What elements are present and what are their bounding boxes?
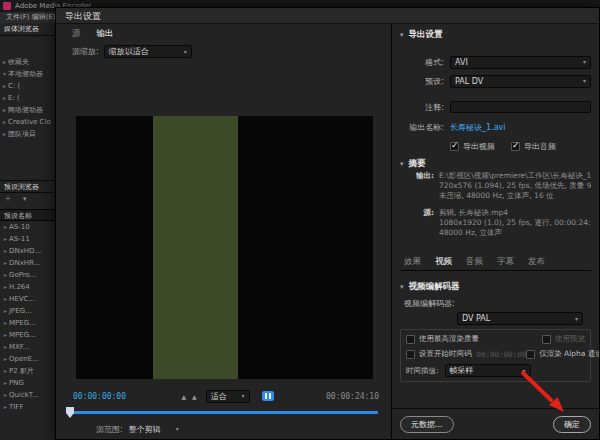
chevron-down-icon: ▾ (169, 426, 179, 432)
checkbox-icon (406, 335, 415, 344)
sidebar-item-drive-c[interactable]: ▸C: ( (0, 80, 55, 92)
chevron-down-icon: ▾ (576, 78, 586, 84)
preset-item[interactable]: ▸AS-10 (0, 221, 55, 233)
preset-list-header[interactable]: 预设名称 (0, 209, 55, 221)
set-range-button[interactable] (262, 391, 274, 401)
checkbox-checked-icon (450, 142, 459, 151)
codec-dropdown[interactable]: DV PAL▾ (457, 312, 583, 325)
preset-item[interactable]: ▸TIFF (0, 401, 55, 413)
tab-media-browser[interactable]: 媒体浏览器 (0, 23, 55, 36)
output-name-link[interactable]: 长寿秘诀_1.avi (450, 122, 591, 133)
chevron-right-icon: ▸ (4, 331, 7, 338)
chevron-right-icon: ▸ (4, 223, 7, 230)
preset-item[interactable]: ▸MXF... (0, 341, 55, 353)
sidebar-item-drive-e[interactable]: ▸E: ( (0, 92, 55, 104)
media-browser-tree: ▸收藏夹 ▾本地驱动器 ▸C: ( ▸E: ( ▸网络驱动器 ▸Creative… (0, 56, 55, 140)
preview-frame (76, 116, 373, 379)
tab-source[interactable]: 源 (72, 28, 81, 40)
use-previews-checkbox[interactable]: 使用预览 (542, 334, 585, 344)
set-start-timecode-checkbox[interactable]: 设置开始时间码 (406, 349, 472, 359)
metadata-button[interactable]: 元数据... (400, 416, 454, 433)
tab-video[interactable]: 视频 (435, 256, 452, 270)
preset-toolbar[interactable]: + ▾ (0, 193, 55, 205)
tab-audio[interactable]: 音频 (466, 256, 483, 270)
preset-item[interactable]: ▸H.264 (0, 281, 55, 293)
tab-effects[interactable]: 效果 (404, 256, 421, 270)
export-audio-checkbox[interactable]: 导出音频 (511, 141, 556, 152)
preset-item[interactable]: ▸P2 影片 (0, 365, 55, 377)
sidebar-item-team-projects[interactable]: ▸团队项目 (0, 128, 55, 140)
preset-list: ▸AS-10 ▸AS-11 ▸DNxHD... ▸DNxHR... ▸GoPro… (0, 221, 55, 413)
team-icon: ▸ (3, 130, 6, 137)
preset-item[interactable]: ▸MPEG... (0, 329, 55, 341)
comments-input[interactable] (450, 101, 591, 113)
collapse-icon[interactable]: ▾ (400, 160, 404, 168)
time-interpolation-dropdown[interactable]: 帧采样▾ (445, 364, 531, 377)
preset-item[interactable]: ▸MPEG... (0, 317, 55, 329)
summary-source-text: 剪辑, 长寿秘诀.mp4 1080x1920 (1.0), 25 fps, 逐行… (439, 208, 591, 238)
collapse-icon[interactable]: ▾ (400, 31, 404, 39)
preset-item[interactable]: ▸GoPro... (0, 269, 55, 281)
tab-captions[interactable]: 字幕 (497, 256, 514, 270)
source-scaling-label: 源缩放: (72, 46, 99, 57)
preset-item[interactable]: ▸OpenE... (0, 353, 55, 365)
preset-item[interactable]: ▸JPEG... (0, 305, 55, 317)
comments-label: 注释: (400, 102, 444, 113)
current-timecode[interactable]: 00:00:00:00 (73, 392, 126, 401)
preset-dropdown[interactable]: PAL DV▾ (450, 75, 591, 88)
format-label: 格式: (400, 57, 444, 68)
settings-pane: ▾ 导出设置 格式: AVI▾ 预设: PAL DV▾ 注释: 输出名称: (392, 24, 599, 439)
dialog-footer: 元数据... 确定 (392, 408, 599, 439)
playhead-handle[interactable] (66, 407, 74, 418)
sidebar-item-network-drives[interactable]: ▸网络驱动器 (0, 104, 55, 116)
preset-item[interactable]: ▸PNG (0, 377, 55, 389)
chevron-right-icon: ▸ (4, 343, 7, 350)
sidebar-item-local-drives[interactable]: ▾本地驱动器 (0, 68, 55, 80)
cloud-icon: ▸ (3, 118, 6, 125)
preset-item[interactable]: ▸HEVC... (0, 293, 55, 305)
export-video-checkbox[interactable]: 导出视频 (450, 141, 495, 152)
preset-item[interactable]: ▸DNxHD... (0, 245, 55, 257)
video-content (153, 116, 238, 379)
tab-preset-browser[interactable]: 预设浏览器 (0, 180, 55, 193)
out-point-icon[interactable]: ▲ (192, 393, 197, 400)
summary-output-text: E:\影视区\视频\premiere\工作区\长寿秘诀_1.avi 720x57… (439, 171, 591, 201)
chevron-down-icon: ▾ (516, 368, 526, 374)
tab-output[interactable]: 输出 (97, 28, 114, 40)
preset-item[interactable]: ▸AS-11 (0, 233, 55, 245)
chevron-right-icon: ▸ (3, 58, 6, 65)
chevron-right-icon: ▸ (4, 295, 7, 302)
source-range-dropdown[interactable]: 整个剪辑▾ (129, 424, 179, 435)
menu-items[interactable]: 文件(F) 编辑(E) (6, 13, 56, 21)
zoom-dropdown[interactable]: 适合▾ (206, 390, 250, 403)
source-range-label: 源范围: (96, 424, 123, 435)
chevron-right-icon: ▸ (3, 106, 6, 113)
max-render-quality-checkbox[interactable]: 使用最高渲染质量 (406, 334, 479, 344)
tab-publish[interactable]: 发布 (528, 256, 545, 270)
chevron-right-icon: ▸ (4, 355, 7, 362)
source-scaling-dropdown[interactable]: 缩放以适合▾ (104, 45, 192, 58)
dialog-title: 导出设置 (56, 8, 599, 24)
render-alpha-checkbox[interactable]: 仅渲染 Alpha 通道 (526, 349, 599, 359)
sidebar-item-creative-cloud[interactable]: ▸Creative Clo (0, 116, 55, 128)
chevron-right-icon: ▸ (4, 235, 7, 242)
checkbox-checked-icon (511, 142, 520, 151)
preset-item[interactable]: ▸DNxHR... (0, 257, 55, 269)
in-point-icon[interactable]: ▲ (181, 393, 186, 400)
ok-button[interactable]: 确定 (553, 416, 591, 433)
format-dropdown[interactable]: AVI▾ (450, 56, 591, 69)
drive-icon: ▸ (3, 82, 6, 89)
scrubber-track[interactable] (69, 411, 378, 414)
chevron-down-icon: ▾ (3, 70, 6, 77)
collapse-icon[interactable]: ▾ (400, 283, 404, 291)
chevron-right-icon: ▸ (4, 379, 7, 386)
codec-label: 视频编解码器: (404, 298, 591, 309)
preset-item[interactable]: ▸QuickT... (0, 389, 55, 401)
chevron-right-icon: ▸ (4, 307, 7, 314)
summary-source-label: 源: (400, 208, 434, 238)
chevron-right-icon: ▸ (4, 367, 7, 374)
transport-bar: 00:00:00:00 ▲ ▲ 适合▾ 00:00:24:10 (56, 386, 391, 406)
sidebar-item-favorites[interactable]: ▸收藏夹 (0, 56, 55, 68)
timeline-scrubber[interactable] (69, 406, 378, 419)
chevron-down-icon: ▾ (177, 49, 187, 55)
